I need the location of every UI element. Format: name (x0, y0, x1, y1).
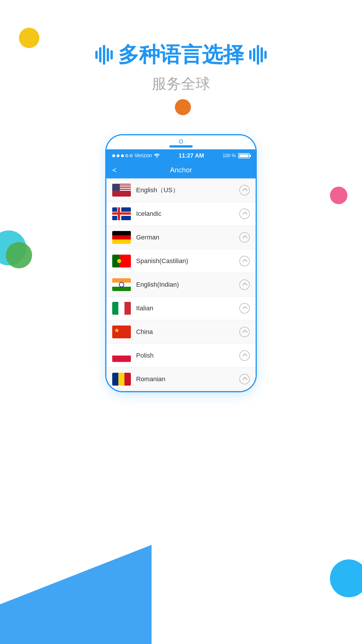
phone-speaker (169, 145, 193, 148)
nav-bar: < Anchor (106, 162, 256, 178)
list-item[interactable]: Romanian (106, 368, 256, 391)
nav-title: Anchor (170, 166, 192, 174)
chevron-up-icon[interactable] (239, 327, 250, 337)
chevron-up-icon[interactable] (239, 209, 250, 219)
chevron-up-icon[interactable] (239, 279, 250, 290)
header-title-text: 多种语言选择 (118, 41, 244, 69)
battery-percent: 100 % (223, 153, 236, 158)
status-left: Verizon (112, 153, 160, 159)
phone-frame: Verizon 11:27 AM 100 % < Anchor (105, 134, 257, 392)
status-bar: Verizon 11:27 AM 100 % (106, 149, 256, 162)
flag-cn (112, 326, 131, 338)
status-right: 100 % (223, 153, 250, 158)
battery-fill (239, 154, 249, 157)
language-name: German (136, 234, 234, 241)
list-item[interactable]: Italian (106, 297, 256, 320)
decoration-dot-orange (175, 99, 191, 115)
chevron-up-icon[interactable] (239, 303, 250, 314)
language-name: Icelandic (136, 210, 234, 218)
decoration-dot-green2 (6, 242, 32, 268)
carrier-name: Verizon (134, 153, 152, 159)
signal-dots (112, 154, 133, 157)
language-list: English（US） Icelandic German (106, 178, 256, 391)
phone-mockup: Verizon 11:27 AM 100 % < Anchor (105, 134, 257, 392)
chevron-up-icon[interactable] (239, 256, 250, 266)
decoration-dot-pink (330, 187, 347, 204)
list-item[interactable]: German (106, 226, 256, 249)
flag-in (112, 278, 131, 291)
header-subtitle: 服务全球 (0, 74, 362, 94)
flag-it (112, 302, 131, 315)
flag-pt (112, 255, 131, 267)
header-section: 多种语言选择 服务全球 (0, 41, 362, 94)
decoration-dot-blue (330, 559, 362, 597)
list-item[interactable]: English（US） (106, 178, 256, 202)
language-name: Italian (136, 304, 234, 312)
chevron-up-icon[interactable] (239, 350, 250, 361)
language-name: Spanish(Castilian) (136, 257, 234, 265)
list-item[interactable]: China (106, 320, 256, 344)
language-name: Romanian (136, 375, 234, 383)
language-name: English（US） (136, 186, 234, 195)
sound-wave-left (95, 45, 113, 65)
list-item[interactable]: Icelandic (106, 202, 256, 226)
list-item[interactable]: Polish (106, 344, 256, 368)
chevron-up-icon[interactable] (239, 232, 250, 243)
flag-us (112, 184, 131, 197)
flag-de (112, 231, 131, 244)
list-item[interactable]: English(Indian) (106, 273, 256, 297)
language-name: English(Indian) (136, 281, 234, 288)
chevron-up-icon[interactable] (239, 185, 250, 195)
flag-is (112, 207, 131, 220)
language-name: Polish (136, 352, 234, 359)
list-item[interactable]: Spanish(Castilian) (106, 249, 256, 273)
sound-wave-right (249, 45, 267, 65)
status-time: 11:27 AM (179, 152, 204, 159)
header-title: 多种语言选择 (0, 41, 362, 69)
flag-ro (112, 373, 131, 386)
wifi-icon (154, 153, 160, 158)
chevron-up-icon[interactable] (239, 374, 250, 384)
language-name: China (136, 328, 234, 336)
flag-pl (112, 349, 131, 362)
phone-camera (179, 139, 183, 144)
nav-back-button[interactable]: < (112, 166, 117, 175)
phone-top (106, 135, 256, 149)
battery-bar (238, 153, 250, 158)
